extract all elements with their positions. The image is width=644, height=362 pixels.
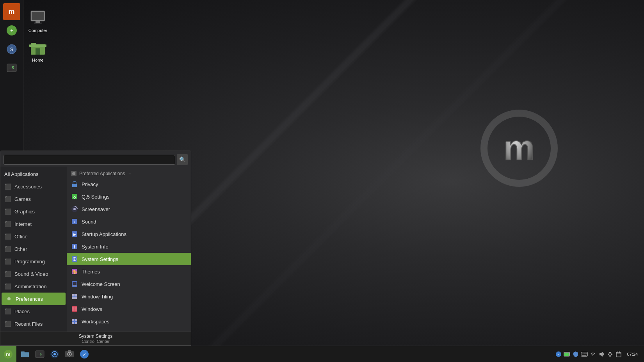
svg-rect-99 (617, 351, 618, 353)
window-tiling-icon (71, 293, 78, 300)
games-label: Games (14, 196, 31, 202)
tray-shield-icon[interactable] (572, 351, 579, 358)
sidebar-software-icon[interactable]: + (3, 22, 20, 39)
svg-rect-10 (36, 48, 40, 55)
app-privacy[interactable]: Privacy (67, 178, 191, 190)
app-sysinfo[interactable]: i System Info (67, 240, 191, 253)
svg-rect-56 (72, 319, 74, 321)
sidebar-mint-icon[interactable]: m (3, 3, 20, 20)
app-window-tiling[interactable]: Window Tiling (67, 290, 191, 303)
svg-rect-47 (72, 294, 75, 296)
recent-files-icon: ⬛ (4, 320, 11, 327)
taskbar-clock[interactable]: 07:24 (624, 352, 641, 357)
svg-rect-48 (75, 294, 77, 296)
menu-panel: 🔍 All Applications ⬛ Accessories ⬛ Games… (0, 151, 191, 346)
app-screensaver[interactable]: Screensaver (67, 203, 191, 215)
svg-text:✓: ✓ (557, 353, 560, 357)
category-recent-files[interactable]: ⬛ Recent Files (0, 318, 67, 330)
app-system-settings[interactable]: System Settings (67, 253, 191, 265)
svg-point-30 (73, 208, 76, 210)
svg-point-39 (74, 259, 75, 260)
app-startup[interactable]: ▶ Startup Applications (67, 228, 191, 240)
tray-network-icon[interactable] (607, 351, 614, 358)
taskbar-files[interactable] (18, 347, 32, 361)
all-apps-label: All Applications (4, 171, 38, 177)
sound-label: Sound (82, 219, 96, 225)
category-programming[interactable]: ⬛ Programming (0, 255, 67, 268)
programming-icon: ⬛ (4, 258, 11, 265)
svg-rect-81 (581, 352, 587, 356)
computer-icon-label: Computer (28, 28, 47, 33)
svg-text:+: + (10, 27, 13, 34)
svg-marker-88 (600, 352, 603, 357)
svg-rect-82 (582, 353, 583, 353)
svg-rect-100 (619, 351, 620, 353)
menu-tooltip: System Settings Control Center (0, 332, 191, 345)
graphics-icon: ⬛ (4, 208, 11, 215)
svg-text:m: m (6, 351, 11, 357)
taskbar-screenshot[interactable] (62, 347, 76, 361)
category-places[interactable]: ⬛ Places (0, 305, 67, 318)
menu-content: All Applications ⬛ Accessories ⬛ Games ⬛… (0, 167, 191, 332)
tray-wifi-icon[interactable] (589, 351, 596, 358)
tray-calendar-icon[interactable] (615, 351, 622, 358)
category-sound-video[interactable]: ⬛ Sound & Video (0, 268, 67, 280)
app-themes[interactable]: 🎨 Themes (67, 265, 191, 278)
sidebar-timeshift-icon[interactable]: S (3, 41, 20, 58)
tray-volume-icon[interactable] (598, 351, 605, 358)
taskbar-terminal[interactable]: _$ (33, 347, 47, 361)
internet-icon: ⬛ (4, 220, 11, 227)
search-button[interactable]: 🔍 (177, 154, 188, 165)
svg-rect-6 (34, 23, 42, 23)
svg-rect-11 (31, 43, 36, 45)
app-welcome[interactable]: Welcome Screen (67, 278, 191, 290)
office-icon: ⬛ (4, 233, 11, 240)
search-input[interactable] (4, 155, 175, 165)
svg-rect-52 (75, 307, 77, 309)
category-office[interactable]: ⬛ Office (0, 230, 67, 243)
category-games[interactable]: ⬛ Games (0, 193, 67, 205)
desktop-icon-computer[interactable]: Computer (24, 6, 52, 34)
taskbar: m _$ (0, 346, 644, 362)
sidebar-terminal-icon[interactable]: _$ (3, 59, 20, 76)
workspaces-icon (71, 318, 78, 325)
taskbar-start-button[interactable]: m (0, 346, 16, 362)
search-bar: 🔍 (0, 151, 191, 167)
app-windows[interactable]: Windows (67, 303, 191, 315)
svg-rect-53 (72, 309, 75, 311)
themes-icon: 🎨 (71, 268, 78, 275)
svg-rect-92 (609, 356, 611, 357)
category-preferences[interactable]: Preferences (2, 293, 66, 305)
tray-check-icon[interactable]: ✓ (555, 351, 562, 358)
other-icon: ⬛ (4, 245, 11, 252)
app-sound[interactable]: ♪ Sound (67, 215, 191, 228)
app-workspaces[interactable]: Workspaces (67, 315, 191, 328)
category-other[interactable]: ⬛ Other (0, 243, 67, 255)
system-settings-icon (71, 255, 78, 263)
desktop-icon-home[interactable]: Home (24, 36, 52, 64)
workspaces-label: Workspaces (82, 319, 109, 325)
sysinfo-icon: i (71, 243, 78, 250)
category-administration[interactable]: ⬛ Administration (0, 280, 67, 293)
places-label: Places (14, 309, 30, 314)
tray-battery-icon[interactable] (564, 351, 571, 358)
svg-rect-85 (585, 353, 586, 353)
svg-rect-44 (73, 285, 74, 286)
svg-rect-64 (21, 351, 25, 353)
category-all-apps[interactable]: All Applications (0, 168, 67, 180)
svg-rect-97 (616, 352, 621, 357)
qt5-icon: Q (71, 193, 78, 201)
app-qt5[interactable]: Q Qt5 Settings (67, 190, 191, 203)
category-graphics[interactable]: ⬛ Graphics (0, 205, 67, 218)
svg-rect-58 (72, 322, 74, 324)
taskbar-tasks[interactable]: ✓ (77, 347, 91, 361)
category-accessories[interactable]: ⬛ Accessories (0, 180, 67, 193)
programming-label: Programming (14, 259, 45, 264)
taskbar-steam[interactable] (48, 347, 62, 361)
screensaver-icon (71, 205, 78, 213)
category-internet[interactable]: ⬛ Internet (0, 218, 67, 230)
svg-text:m: m (503, 128, 535, 167)
svg-text:S: S (10, 47, 13, 52)
svg-rect-79 (564, 353, 569, 356)
tray-keyboard-icon[interactable] (581, 351, 588, 358)
